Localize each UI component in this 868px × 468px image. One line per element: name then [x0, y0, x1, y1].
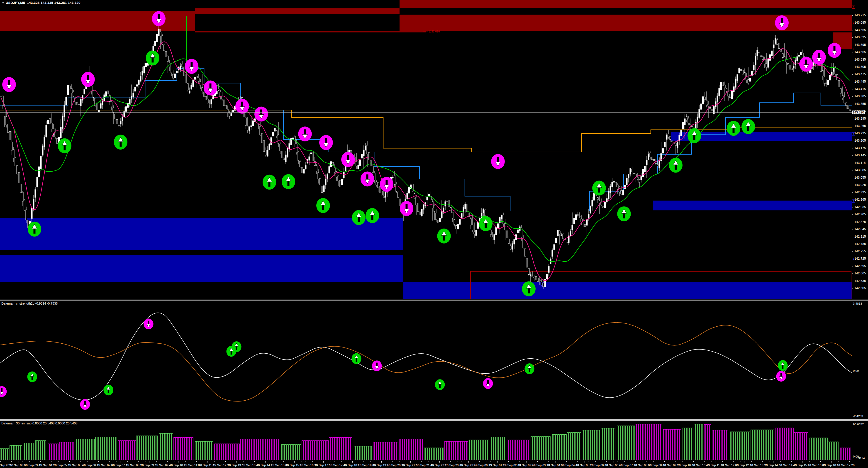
sell-signal-icon[interactable] — [204, 81, 217, 95]
sell-signal-icon[interactable] — [319, 135, 333, 150]
buy-signal-icon[interactable] — [778, 360, 787, 371]
time-major-tick — [439, 461, 440, 463]
sell-signal-icon[interactable] — [254, 107, 268, 121]
sell-signal-icon[interactable] — [236, 99, 249, 114]
histogram-bar — [651, 424, 653, 460]
buy-signal-icon[interactable] — [58, 138, 71, 153]
supply-zone[interactable] — [400, 0, 852, 8]
time-minor-tick — [748, 461, 748, 462]
time-minor-tick — [349, 461, 349, 462]
buy-signal-icon[interactable] — [282, 174, 295, 189]
zone-price-label: 143.616 — [429, 30, 440, 33]
buy-signal-icon[interactable] — [525, 363, 534, 374]
demand-zone[interactable] — [653, 201, 852, 210]
buy-signal-icon[interactable] — [437, 229, 451, 243]
buy-signal-icon[interactable] — [435, 379, 445, 390]
main-price-chart[interactable] — [0, 0, 852, 300]
histogram-bar — [499, 437, 500, 460]
histogram-bar — [671, 430, 672, 460]
histogram-bar — [520, 440, 521, 460]
supply-zone[interactable] — [0, 11, 195, 31]
indicator2-window[interactable] — [0, 420, 852, 461]
supply-zone[interactable] — [195, 31, 426, 32]
histogram-bar — [369, 446, 370, 460]
buy-signal-icon[interactable] — [114, 135, 127, 150]
sell-signal-icon[interactable] — [341, 152, 355, 167]
sell-signal-icon[interactable] — [361, 171, 374, 186]
buy-signal-icon[interactable] — [351, 353, 361, 364]
buy-signal-icon[interactable] — [617, 206, 631, 221]
histogram-bar — [88, 439, 89, 460]
buy-signal-icon[interactable] — [28, 222, 41, 236]
histogram-bar — [569, 433, 570, 460]
buy-signal-icon[interactable] — [366, 208, 379, 223]
sell-signal-icon[interactable] — [0, 386, 7, 397]
price-axis-tick — [852, 214, 853, 215]
sell-signal-icon[interactable] — [483, 378, 493, 389]
supply-zone[interactable] — [195, 8, 400, 14]
window-separator-2[interactable] — [0, 419, 868, 420]
histogram-bar — [674, 430, 676, 460]
sell-signal-icon[interactable] — [776, 371, 786, 382]
buy-signal-icon[interactable] — [27, 371, 37, 382]
blue-zone-badge: 1 — [852, 257, 855, 260]
buy-signal-icon[interactable] — [316, 198, 330, 213]
buy-signal-icon[interactable] — [231, 341, 241, 352]
price-axis-label: 143.625 — [855, 36, 866, 39]
histogram-bar — [589, 430, 590, 460]
buy-signal-icon[interactable] — [262, 175, 276, 189]
sell-signal-icon[interactable] — [400, 201, 413, 216]
strength_fast-line[interactable] — [0, 313, 852, 400]
histogram-bar — [305, 441, 307, 460]
histogram-bar — [721, 430, 723, 460]
demand-zone[interactable] — [0, 218, 403, 250]
sell-signal-icon[interactable] — [828, 43, 841, 58]
histogram-bar — [345, 437, 347, 460]
sell-signal-icon[interactable] — [144, 318, 153, 329]
time-minor-tick — [273, 461, 273, 462]
buy-signal-icon[interactable] — [742, 119, 755, 134]
sell-signal-icon[interactable] — [799, 57, 813, 71]
sell-signal-icon[interactable] — [185, 59, 198, 74]
indicator1-window[interactable] — [0, 301, 852, 419]
time-major-tick — [222, 461, 222, 463]
price-axis-label: 143.295 — [855, 117, 866, 120]
sell-signal-icon[interactable] — [2, 77, 16, 92]
red-zone-badge: 1 — [852, 47, 855, 50]
sell-signal-icon[interactable] — [372, 360, 382, 371]
histogram-bar — [60, 442, 61, 460]
sell-signal-icon[interactable] — [81, 72, 95, 87]
time-minor-tick — [490, 461, 491, 462]
sell-signal-icon[interactable] — [775, 15, 788, 30]
ohlc-values: 143.326 143.335 143.281 143.320 — [27, 1, 81, 4]
histogram-bar — [186, 437, 188, 460]
histogram-bar — [644, 424, 646, 460]
buy-signal-icon[interactable] — [727, 121, 740, 136]
buy-signal-icon[interactable] — [669, 158, 683, 173]
symbol-dropdown-icon[interactable]: ▼ — [2, 2, 4, 4]
buy-signal-icon[interactable] — [103, 385, 113, 396]
buy-signal-icon[interactable] — [479, 216, 493, 231]
price-axis-tick — [852, 178, 853, 178]
buy-signal-icon[interactable] — [687, 128, 701, 143]
strength_slow-line[interactable] — [0, 323, 852, 402]
sell-signal-icon[interactable] — [812, 50, 826, 65]
histogram-bar — [417, 439, 419, 460]
time-minor-tick — [189, 461, 189, 462]
time-minor-tick — [777, 461, 777, 462]
sell-signal-icon[interactable] — [152, 11, 165, 26]
sell-signal-icon[interactable] — [380, 177, 394, 192]
buy-signal-icon[interactable] — [146, 50, 159, 65]
sell-signal-icon[interactable] — [298, 126, 312, 141]
buy-signal-icon[interactable] — [522, 282, 535, 296]
time-major-tick — [207, 461, 208, 463]
demand-zone[interactable] — [0, 255, 403, 282]
sell-signal-icon[interactable] — [491, 154, 505, 169]
price-axis-label: 142.965 — [855, 198, 866, 201]
buy-signal-icon[interactable] — [352, 210, 366, 225]
histogram-bar — [605, 428, 606, 460]
histogram-bar — [347, 437, 348, 460]
sell-signal-icon[interactable] — [80, 399, 90, 410]
time-minor-tick — [95, 461, 95, 462]
buy-signal-icon[interactable] — [592, 180, 606, 196]
